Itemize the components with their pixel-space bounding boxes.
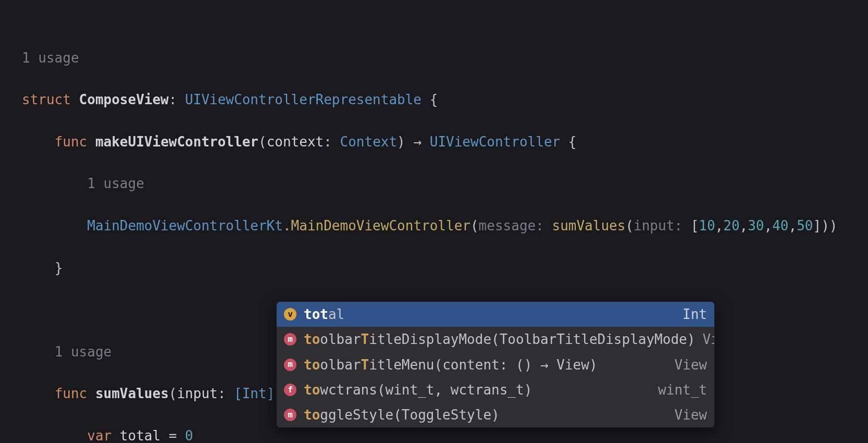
param-name: context [267,134,324,150]
autocomplete-label: total [304,304,675,325]
type-ref: UIViewController [430,134,560,150]
autocomplete-label: toggleStyle(ToggleStyle) [304,404,667,425]
method-icon: m [284,409,296,421]
keyword-func: func [55,134,88,150]
autocomplete-type: wint_t [658,379,707,400]
type-name: ComposeView [79,92,169,107]
variable-icon: v [284,308,296,321]
usage-hint: 1 usage [55,344,112,360]
autocomplete-label: toolbarTitleMenu(content: () → View) [304,354,667,375]
number-literal: 0 [185,428,193,443]
type-ref: [Int] [234,386,275,401]
type-ref: UIViewControllerRepresentable [185,92,421,107]
autocomplete-item[interactable]: mtoggleStyle(ToggleStyle)View [277,402,714,427]
autocomplete-type: View [702,329,715,350]
autocomplete-item[interactable]: vtotalInt [277,302,714,327]
autocomplete-label: toolbarTitleDisplayMode(ToolbarTitleDisp… [304,329,695,350]
autocomplete-label: towctrans(wint_t, wctrans_t) [304,379,651,400]
autocomplete-item[interactable]: mtoolbarTitleDisplayMode(ToolbarTitleDis… [277,327,714,352]
code-editor[interactable]: 1 usage struct ComposeView: UIViewContro… [0,0,868,443]
autocomplete-item[interactable]: ftowctrans(wint_t, wctrans_t)wint_t [277,377,714,402]
keyword-var: var [87,428,111,443]
method-icon: f [284,384,296,396]
method-call: sumValues [552,218,626,233]
autocomplete-type: View [674,354,707,375]
func-name: sumValues [95,386,169,401]
keyword-struct: struct [22,92,71,107]
method-call: .MainDemoViewController [283,218,470,233]
method-icon: m [284,359,296,371]
autocomplete-type: Int [683,304,707,325]
autocomplete-item[interactable]: mtoolbarTitleMenu(content: () → View)Vie… [277,352,714,377]
param-hint: input: [634,218,683,233]
method-icon: m [284,333,296,346]
usage-hint: 1 usage [22,50,79,66]
autocomplete-type: View [674,404,707,425]
autocomplete-popup[interactable]: vtotalIntmtoolbarTitleDisplayMode(Toolba… [276,301,715,428]
param-hint: message: [479,218,544,233]
type-ref: Context [340,134,398,150]
func-name: makeUIViewController [95,134,258,150]
usage-hint: 1 usage [87,176,144,191]
keyword-func: func [55,386,88,401]
type-ref: MainDemoViewControllerKt [87,218,283,233]
identifier: total [120,428,160,443]
param-name: input [177,386,217,401]
